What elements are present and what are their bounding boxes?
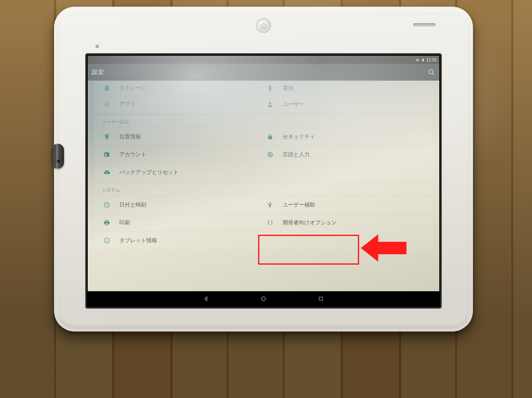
- status-bar: 11:55: [88, 56, 439, 64]
- svg-rect-12: [104, 152, 109, 157]
- row-label: 開発者向けオプション: [283, 219, 337, 226]
- lock-icon: [266, 133, 274, 141]
- svg-marker-22: [361, 234, 406, 262]
- row-label: 位置情報: [119, 133, 141, 140]
- accessibility-icon: [266, 201, 274, 209]
- led-indicator: [96, 45, 99, 48]
- svg-point-20: [261, 297, 265, 300]
- svg-line-1: [432, 73, 434, 75]
- svg-point-9: [106, 106, 108, 107]
- row-location[interactable]: 位置情報: [94, 128, 264, 145]
- row-print[interactable]: 印刷: [94, 214, 264, 231]
- search-icon[interactable]: [428, 69, 435, 76]
- print-icon: [103, 219, 111, 227]
- row-label: ストレージ: [119, 84, 146, 92]
- globe-icon: [266, 150, 274, 159]
- section-user-settings: ユーザー設定 位置情報: [94, 115, 433, 181]
- sd-card-icon: [103, 84, 111, 92]
- svg-point-4: [108, 102, 109, 103]
- row-label: ユーザー補助: [283, 201, 315, 209]
- apps-icon: [103, 100, 111, 108]
- side-slot: [52, 144, 64, 169]
- svg-point-6: [106, 104, 108, 105]
- row-label: 電池: [283, 84, 293, 92]
- row-label: セキュリティ: [283, 133, 315, 140]
- svg-point-3: [106, 102, 108, 103]
- section-device: ストレージ アプリ: [94, 81, 433, 113]
- battery-icon: [266, 84, 274, 92]
- row-datetime[interactable]: 日付と時刻: [94, 196, 264, 214]
- row-backup[interactable]: バックアップとリセット: [94, 163, 264, 181]
- backup-icon: [103, 168, 111, 177]
- tablet-device: 11:55 設定: [54, 7, 473, 332]
- home-nav-button[interactable]: [260, 295, 267, 302]
- row-label: 日付と時刻: [119, 201, 146, 209]
- battery-status-icon: [421, 58, 425, 62]
- svg-point-19: [270, 202, 271, 203]
- wifi-icon: [415, 58, 420, 62]
- row-apps[interactable]: アプリ: [94, 95, 264, 113]
- row-battery[interactable]: 電池: [264, 81, 433, 95]
- braces-icon: [266, 219, 274, 227]
- svg-point-16: [104, 238, 109, 243]
- row-accessibility[interactable]: ユーザー補助: [264, 196, 433, 214]
- back-button[interactable]: [202, 295, 210, 302]
- row-label: アカウント: [119, 151, 146, 158]
- row-about[interactable]: タブレット情報: [94, 231, 264, 249]
- row-developer-options[interactable]: 開発者向けオプション: [264, 214, 433, 231]
- section-heading: ユーザー設定: [94, 115, 433, 128]
- speaker-grille: [413, 23, 436, 27]
- app-bar: 設定: [88, 64, 439, 81]
- svg-point-5: [105, 104, 106, 105]
- account-icon: [103, 150, 111, 159]
- row-label: ユーザー: [283, 101, 304, 108]
- row-security[interactable]: セキュリティ: [264, 128, 433, 145]
- annotation-highlight-box: [258, 235, 359, 265]
- clock-icon: [103, 201, 111, 209]
- svg-point-18: [106, 239, 107, 240]
- screen-bezel: 11:55 設定: [85, 53, 442, 309]
- status-time: 11:55: [426, 58, 437, 62]
- svg-point-10: [108, 106, 109, 107]
- appbar-title: 設定: [92, 69, 104, 76]
- svg-point-13: [106, 154, 107, 155]
- row-label: 印刷: [119, 219, 130, 226]
- row-users[interactable]: ユーザー: [264, 95, 433, 113]
- android-display: 11:55 設定: [88, 56, 439, 306]
- row-storage[interactable]: ストレージ: [94, 81, 264, 95]
- svg-point-7: [108, 104, 109, 105]
- section-heading: システム: [94, 184, 433, 196]
- svg-rect-21: [319, 297, 323, 300]
- svg-point-14: [268, 152, 273, 157]
- recents-button[interactable]: [317, 295, 325, 302]
- row-label: アプリ: [119, 101, 135, 108]
- row-label: バックアップとリセット: [119, 169, 179, 176]
- annotation-arrow: [361, 229, 406, 267]
- row-account[interactable]: アカウント: [94, 145, 264, 163]
- svg-point-15: [104, 202, 109, 207]
- svg-point-2: [105, 102, 106, 103]
- svg-point-11: [269, 102, 271, 104]
- svg-point-8: [105, 106, 106, 107]
- user-icon: [266, 100, 274, 108]
- info-icon: [103, 236, 111, 245]
- screen-glare: [88, 56, 439, 306]
- location-icon: [103, 133, 111, 141]
- svg-point-0: [429, 70, 433, 74]
- home-button[interactable]: [256, 18, 271, 33]
- row-label: タブレット情報: [119, 237, 157, 244]
- navigation-bar: [88, 291, 439, 306]
- row-label: 言語と入力: [283, 151, 310, 158]
- row-language[interactable]: 言語と入力: [264, 145, 433, 163]
